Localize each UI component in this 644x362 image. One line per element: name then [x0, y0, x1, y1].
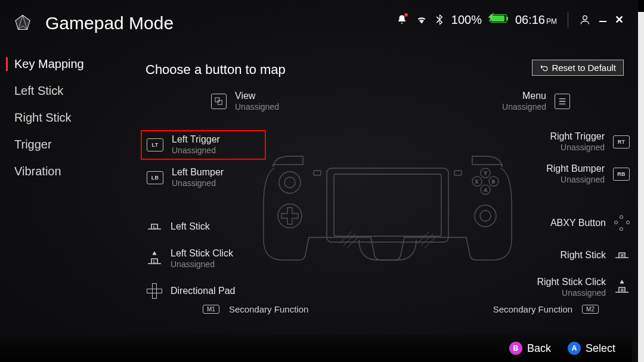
svg-line-29 [421, 234, 433, 246]
rt-icon: RT [613, 135, 630, 148]
svg-rect-24 [454, 171, 462, 175]
svg-rect-3 [218, 100, 222, 104]
svg-text:B: B [492, 180, 495, 184]
sidebar-item-trigger[interactable]: Trigger [6, 137, 125, 153]
svg-point-11 [284, 177, 295, 188]
map-right-stick-click[interactable]: Right Stick ClickUnassigned R [493, 276, 630, 299]
svg-line-26 [343, 234, 355, 246]
wifi-icon[interactable] [416, 15, 428, 24]
app-logo-icon [12, 13, 33, 34]
abxy-icon [614, 215, 630, 231]
map-m1-secondary[interactable]: M1 Secondary Function [203, 304, 308, 314]
notification-bell-icon[interactable] [397, 14, 407, 25]
section-heading: Choose a button to map [145, 62, 286, 78]
right-stick-icon: R [614, 247, 630, 263]
clock-time: 06:16PM [515, 13, 557, 27]
svg-point-22 [480, 211, 491, 221]
app-header: Gamepad Mode 100% ⚡ 06:16PM ✕ [12, 10, 626, 37]
a-button-icon: A [568, 342, 581, 355]
profile-icon[interactable] [579, 14, 591, 26]
svg-text:L: L [153, 225, 156, 229]
sidebar-item-right-stick[interactable]: Right Stick [6, 110, 125, 126]
svg-text:X: X [475, 180, 478, 184]
map-m2-secondary[interactable]: Secondary Function M2 [493, 304, 599, 314]
map-menu[interactable]: MenuUnassigned [493, 89, 570, 113]
svg-rect-23 [314, 171, 321, 175]
menu-icon [555, 94, 570, 109]
sidebar-item-vibration[interactable]: Vibration [6, 163, 125, 180]
lt-icon: LT [147, 138, 163, 151]
svg-marker-0 [16, 16, 30, 30]
right-stick-click-icon: R [614, 280, 630, 295]
svg-text:R: R [621, 253, 624, 258]
svg-rect-9 [334, 174, 441, 236]
header-divider [568, 12, 568, 27]
battery-percentage: 100% [451, 13, 482, 27]
svg-point-21 [475, 205, 496, 227]
page-title: Gamepad Mode [45, 13, 174, 33]
map-left-stick-click[interactable]: L Left Stick ClickUnassigned [147, 247, 266, 271]
battery-icon [490, 14, 507, 23]
map-right-bumper[interactable]: Right BumperUnassigned RB [493, 162, 630, 186]
rb-icon: RB [613, 168, 630, 181]
map-directional-pad[interactable]: Directional Pad [147, 279, 266, 303]
svg-rect-8 [327, 168, 448, 242]
map-view[interactable]: ViewUnassigned [211, 89, 266, 113]
map-left-stick[interactable]: L Left Stick [147, 215, 266, 239]
map-right-stick[interactable]: Right Stick R [493, 243, 630, 267]
svg-rect-2 [215, 98, 219, 102]
left-stick-click-icon: L [147, 251, 162, 267]
gamepad-diagram: Y A X B [262, 154, 513, 266]
status-bar: 100% ⚡ 06:16PM ✕ [397, 12, 624, 27]
map-right-trigger[interactable]: Right TriggerUnassigned RT [493, 130, 630, 154]
footer-back-button[interactable]: B Back [509, 342, 551, 355]
sidebar-item-left-stick[interactable]: Left Stick [6, 83, 125, 99]
app-close-button[interactable]: ✕ [615, 13, 624, 26]
svg-text:L: L [153, 259, 156, 264]
footer-bar: B Back A Select [0, 335, 632, 362]
m1-icon: M1 [203, 305, 219, 314]
reset-icon [540, 64, 548, 72]
map-abxy-button[interactable]: ABXY Button [493, 211, 630, 235]
mapping-right-column: MenuUnassigned Right TriggerUnassigned R… [493, 89, 630, 308]
svg-text:A: A [484, 188, 487, 192]
m2-icon: M2 [582, 305, 599, 314]
app-window: Gamepad Mode 100% ⚡ 06:16PM ✕ [0, 0, 638, 362]
reset-to-default-button[interactable]: Reset to Default [532, 60, 624, 76]
settings-sidebar: Key Mapping Left Stick Right Stick Trigg… [6, 56, 125, 180]
app-minimize-button[interactable] [599, 17, 606, 22]
dpad-icon [147, 283, 162, 299]
map-left-bumper[interactable]: LB Left BumperUnassigned [147, 166, 266, 190]
footer-select-button[interactable]: A Select [568, 342, 615, 355]
b-button-icon: B [509, 342, 522, 355]
mapping-left-column: ViewUnassigned LT Left TriggerUnassigned… [147, 89, 266, 311]
svg-point-10 [279, 172, 301, 193]
map-left-trigger[interactable]: LT Left TriggerUnassigned [141, 130, 266, 160]
svg-text:R: R [621, 288, 624, 292]
svg-text:Y: Y [484, 171, 487, 175]
left-stick-icon: L [147, 219, 162, 234]
bluetooth-icon[interactable] [436, 14, 443, 25]
view-icon [211, 94, 227, 109]
sidebar-item-key-mapping[interactable]: Key Mapping [6, 56, 125, 72]
window-scrollbar-track[interactable] [638, 0, 644, 362]
lb-icon: LB [147, 171, 163, 184]
